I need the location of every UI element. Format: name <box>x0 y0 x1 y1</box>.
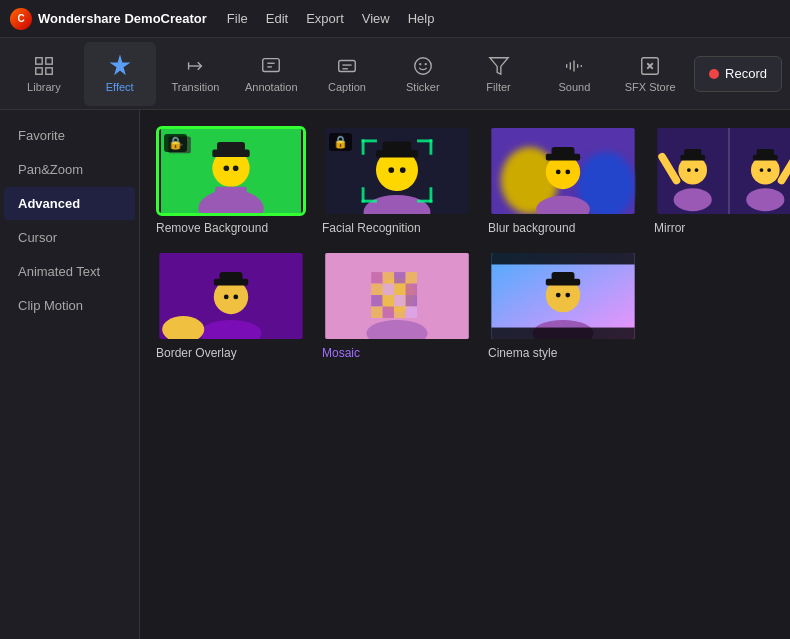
sidebar: Favorite Pan&Zoom Advanced Cursor Animat… <box>0 110 140 639</box>
mosaic-thumb-svg <box>324 253 470 339</box>
svg-rect-95 <box>371 307 382 318</box>
svg-rect-8 <box>339 60 356 71</box>
svg-rect-90 <box>406 284 417 295</box>
effect-cinema[interactable]: Cinema style <box>488 251 638 360</box>
svg-rect-92 <box>383 295 394 306</box>
app-logo-icon: C <box>10 8 32 30</box>
effect-thumb-remove-bg: 🔒 <box>156 126 306 216</box>
svg-point-53 <box>556 170 561 175</box>
svg-rect-98 <box>406 307 417 318</box>
lock-icon-remove-bg: 🔒 <box>164 134 187 152</box>
toolbar-library[interactable]: Library <box>8 42 80 106</box>
transition-label: Transition <box>172 81 220 93</box>
annotation-icon <box>260 55 282 77</box>
svg-rect-5 <box>263 58 280 71</box>
svg-rect-41 <box>417 139 432 142</box>
svg-rect-59 <box>684 149 701 157</box>
effect-label-cinema: Cinema style <box>488 346 638 360</box>
svg-rect-85 <box>394 272 405 283</box>
toolbar-sticker[interactable]: Sticker <box>387 42 459 106</box>
effect-label-blur: Blur background <box>488 221 638 235</box>
mirror-thumb-svg <box>656 128 790 214</box>
toolbar-transition[interactable]: Transition <box>160 42 232 106</box>
svg-point-56 <box>674 188 712 211</box>
effect-label: Effect <box>106 81 134 93</box>
effect-facial[interactable]: 🔒 Facial Recognition <box>322 126 472 235</box>
svg-rect-88 <box>383 284 394 295</box>
svg-rect-66 <box>757 149 774 157</box>
sidebar-item-clip-motion[interactable]: Clip Motion <box>4 289 135 322</box>
caption-icon <box>336 55 358 77</box>
svg-rect-2 <box>36 67 42 73</box>
svg-point-27 <box>233 165 239 171</box>
effect-thumb-mosaic <box>322 251 472 341</box>
sticker-icon <box>412 55 434 77</box>
svg-point-76 <box>224 295 229 300</box>
menu-bar: C Wondershare DemoCreator File Edit Expo… <box>0 0 790 38</box>
menu-edit[interactable]: Edit <box>266 11 288 26</box>
effect-remove-bg[interactable]: 🔒 Remove Background <box>156 126 306 235</box>
menu-help[interactable]: Help <box>408 11 435 26</box>
svg-rect-103 <box>552 272 575 281</box>
toolbar-caption[interactable]: Caption <box>311 42 383 106</box>
effect-mirror[interactable]: Mirror <box>654 126 790 235</box>
toolbar-filter[interactable]: Filter <box>463 42 535 106</box>
svg-rect-93 <box>394 295 405 306</box>
menu-export[interactable]: Export <box>306 11 344 26</box>
svg-rect-3 <box>46 67 52 73</box>
svg-point-60 <box>687 168 691 172</box>
app-name: Wondershare DemoCreator <box>38 11 207 26</box>
svg-rect-52 <box>552 147 575 156</box>
effect-thumb-blur <box>488 126 638 216</box>
sidebar-item-favorite[interactable]: Favorite <box>4 119 135 152</box>
transition-icon <box>184 55 206 77</box>
effect-label-mirror: Mirror <box>654 221 790 235</box>
menu-file[interactable]: File <box>227 11 248 26</box>
sfx-label: SFX Store <box>625 81 676 93</box>
effect-thumb-mirror <box>654 126 790 216</box>
svg-point-104 <box>556 293 561 298</box>
sidebar-item-cursor[interactable]: Cursor <box>4 221 135 254</box>
library-label: Library <box>27 81 61 93</box>
effect-mosaic[interactable]: Mosaic <box>322 251 472 360</box>
toolbar-annotation[interactable]: Annotation <box>235 42 307 106</box>
app-logo: C Wondershare DemoCreator <box>10 8 207 30</box>
sidebar-item-advanced[interactable]: Advanced <box>4 187 135 220</box>
sfx-icon <box>639 55 661 77</box>
menu-view[interactable]: View <box>362 11 390 26</box>
blur-thumb-svg <box>490 128 636 214</box>
svg-point-67 <box>760 168 764 172</box>
record-label: Record <box>725 66 767 81</box>
effects-content: 🔒 Remove Background <box>140 110 790 639</box>
toolbar-effect[interactable]: Effect <box>84 42 156 106</box>
svg-point-63 <box>746 188 784 211</box>
effect-label-remove-bg: Remove Background <box>156 221 306 235</box>
effect-border-overlay[interactable]: Border Overlay <box>156 251 306 360</box>
cinema-thumb-svg <box>490 253 636 339</box>
svg-rect-106 <box>491 253 634 264</box>
main-layout: Favorite Pan&Zoom Advanced Cursor Animat… <box>0 110 790 639</box>
svg-rect-35 <box>383 141 412 152</box>
sidebar-item-pan-zoom[interactable]: Pan&Zoom <box>4 153 135 186</box>
svg-rect-86 <box>406 272 417 283</box>
svg-rect-107 <box>491 328 634 339</box>
sidebar-item-animated-text[interactable]: Animated Text <box>4 255 135 288</box>
svg-rect-28 <box>215 187 247 204</box>
svg-point-26 <box>224 165 230 171</box>
sound-label: Sound <box>558 81 590 93</box>
svg-rect-89 <box>394 284 405 295</box>
toolbar-sound[interactable]: Sound <box>538 42 610 106</box>
lock-icon-facial: 🔒 <box>329 133 352 151</box>
menu-items: File Edit Export View Help <box>227 11 435 26</box>
record-button[interactable]: Record <box>694 56 782 92</box>
filter-icon <box>488 55 510 77</box>
effect-blur-bg[interactable]: Blur background <box>488 126 638 235</box>
svg-point-36 <box>388 167 394 173</box>
border-thumb-svg <box>158 253 304 339</box>
effect-icon <box>109 55 131 77</box>
effect-label-facial: Facial Recognition <box>322 221 472 235</box>
effect-label-mosaic: Mosaic <box>322 346 472 360</box>
svg-rect-87 <box>371 284 382 295</box>
toolbar-sfx[interactable]: SFX Store <box>614 42 686 106</box>
record-dot <box>709 69 719 79</box>
